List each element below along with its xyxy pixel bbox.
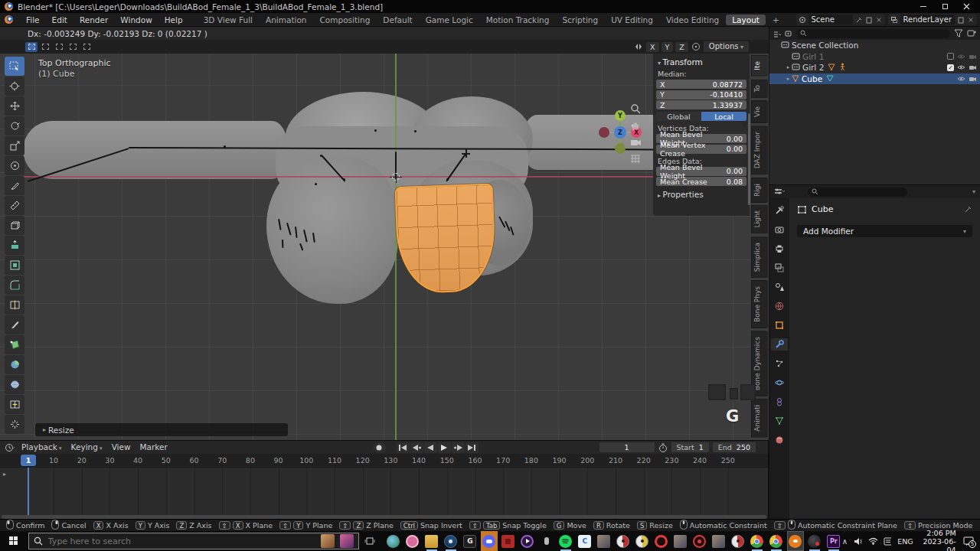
unlink-scene-icon[interactable] — [875, 16, 883, 24]
language-indicator[interactable]: ENG — [897, 537, 913, 546]
mirror-y-toggle[interactable]: Y — [662, 42, 674, 52]
tool-move[interactable] — [5, 96, 24, 116]
properties-tab-world[interactable] — [771, 300, 788, 312]
play-reverse-button[interactable] — [424, 442, 437, 453]
hide-eye-icon[interactable] — [957, 63, 965, 72]
filter-funnel-icon[interactable] — [954, 29, 963, 37]
taskbar-app-chrome-profile-2[interactable] — [768, 531, 785, 551]
workspace-tab-layout[interactable]: Layout — [726, 15, 766, 25]
expand-arrow-icon[interactable]: ▸ — [785, 64, 792, 70]
hide-eye-icon[interactable] — [957, 74, 965, 83]
tool-cursor[interactable] — [5, 77, 24, 96]
select-mode-new-icon[interactable] — [25, 42, 38, 52]
select-mode-extend-icon[interactable] — [39, 42, 51, 52]
outliner-display-mode-icon[interactable] — [773, 30, 781, 37]
mirror-x-toggle[interactable]: X — [646, 42, 659, 52]
next-keyframe-button[interactable] — [452, 442, 465, 453]
space-button-global[interactable]: Global — [656, 112, 701, 121]
taskbar-app-spotify[interactable] — [557, 531, 574, 551]
stopwatch-icon[interactable] — [658, 443, 668, 452]
exclude-checkbox[interactable] — [947, 53, 954, 60]
taskbar-app-daz-disc-red-2[interactable] — [730, 531, 746, 551]
disable-render-icon[interactable] — [969, 52, 977, 61]
workspace-tab-scripting[interactable]: Scripting — [556, 15, 604, 25]
taskbar-app-blender[interactable] — [787, 531, 804, 551]
wifi-icon[interactable] — [868, 537, 877, 545]
workspace-tab-uv-editing[interactable]: UV Editing — [605, 15, 659, 25]
properties-tab-object[interactable] — [771, 319, 788, 331]
hide-eye-icon[interactable] — [957, 52, 965, 61]
n-panel-tab-light[interactable]: Light — [751, 204, 768, 233]
taskbar-app-raspberry-app[interactable] — [691, 531, 708, 551]
scene-selector[interactable]: Scene — [796, 14, 885, 25]
properties-search-input[interactable] — [808, 187, 907, 197]
options-dropdown[interactable]: Options — [704, 41, 749, 52]
menu-render[interactable]: Render — [74, 15, 113, 25]
workspace-tab-motion-tracking[interactable]: Motion Tracking — [480, 15, 556, 25]
n-panel-tab-ite[interactable]: Ite — [751, 55, 768, 77]
timeline-menu-playback[interactable]: Playback — [17, 442, 67, 452]
select-mode-subtract-icon[interactable] — [53, 42, 65, 52]
outliner-filter-mode-icon[interactable] — [785, 30, 792, 37]
select-mode-intersect-icon[interactable] — [80, 42, 93, 52]
object-name[interactable]: Scene Collection — [792, 41, 858, 50]
median-z[interactable]: Z1.33937 — [656, 100, 746, 109]
new-view-layer-icon[interactable] — [957, 16, 965, 24]
properties-panel-header[interactable]: Properties — [658, 190, 746, 199]
properties-tab-scene[interactable] — [771, 281, 788, 293]
taskbar-app-chrome-profile-1[interactable] — [749, 531, 766, 551]
taskbar-app-media-player[interactable] — [519, 531, 536, 551]
taskbar-app-adobe-app-red[interactable] — [500, 531, 517, 551]
outliner-search-input[interactable] — [796, 29, 950, 38]
transform-panel-header[interactable]: Transform — [658, 57, 746, 67]
selected-faces-region[interactable] — [395, 184, 497, 294]
tool-select-box[interactable] — [5, 57, 24, 76]
tool-bevel[interactable] — [5, 276, 24, 295]
taskbar-app-daz-install-manager[interactable] — [404, 531, 421, 551]
outliner-row-scene-collection[interactable]: Scene Collection — [769, 40, 980, 51]
camera-view-icon[interactable] — [628, 135, 643, 150]
taskbar-app-photo-viewer-2[interactable] — [710, 531, 727, 551]
workspace-tab-animation[interactable]: Animation — [260, 15, 313, 25]
menu-file[interactable]: File — [21, 15, 45, 25]
gizmo-axis-y-neg[interactable] — [615, 143, 626, 154]
tool-annotate[interactable] — [5, 176, 24, 195]
exclude-checkbox[interactable]: ✓ — [947, 64, 954, 71]
n-panel-tab-daz-impor[interactable]: DAZ Impor — [751, 126, 768, 174]
properties-tab-modifiers[interactable] — [771, 338, 788, 350]
viewport-canvas[interactable]: Top Orthographic (1) Cube Y Z X Transfor… — [0, 54, 769, 440]
notification-center-button[interactable]: 5 — [962, 534, 975, 548]
properties-header-chevron-icon[interactable]: ▾ — [972, 188, 975, 195]
scene-name[interactable]: Scene — [808, 15, 853, 24]
remove-view-layer-icon[interactable] — [967, 16, 975, 24]
task-view-button[interactable] — [359, 536, 381, 546]
channel-expand-icon[interactable]: ▸ — [3, 471, 6, 478]
maximize-button[interactable] — [940, 3, 949, 11]
n-panel-tab-vie[interactable]: Vie — [751, 100, 768, 123]
timeline-ruler[interactable]: 1020304050607080901001101201301401501601… — [0, 454, 768, 468]
tool-add-cube[interactable] — [5, 216, 24, 235]
expand-arrow-icon[interactable]: ▸ — [785, 76, 792, 82]
taskbar-app-voice-recorder[interactable] — [538, 531, 555, 551]
mirror-z-toggle[interactable]: Z — [675, 42, 688, 52]
tool-measure[interactable] — [5, 196, 24, 215]
workspace-tab-game-logic[interactable]: Game Logic — [420, 15, 479, 25]
n-panel-scrollbar[interactable] — [748, 113, 750, 205]
operator-panel-resize[interactable]: Resize — [35, 423, 288, 436]
tool-inset-faces[interactable] — [5, 256, 24, 275]
taskbar-app-sphere-app[interactable] — [806, 531, 823, 551]
zoom-icon[interactable] — [628, 101, 643, 116]
add-modifier-dropdown[interactable]: Add Modifier — [797, 225, 972, 237]
edge-mean-crease[interactable]: Mean Crease0.08 — [656, 177, 746, 186]
frame-start-field[interactable]: Start1 — [671, 442, 709, 452]
current-frame-badge[interactable]: 1 — [21, 455, 36, 466]
tool-edge-slide[interactable] — [5, 395, 24, 414]
volume-icon[interactable] — [854, 537, 862, 546]
menu-help[interactable]: Help — [159, 15, 188, 25]
tool-spin[interactable] — [5, 355, 24, 374]
properties-tab-render[interactable] — [771, 223, 788, 236]
view-layer-name[interactable]: RenderLayer — [900, 15, 955, 24]
taskbar-app-photos-portrait[interactable] — [596, 531, 612, 551]
vertex-mean-vertex-crease[interactable]: Mean Vertex Crease0.00 — [656, 145, 746, 154]
properties-tab-material[interactable] — [771, 434, 788, 446]
